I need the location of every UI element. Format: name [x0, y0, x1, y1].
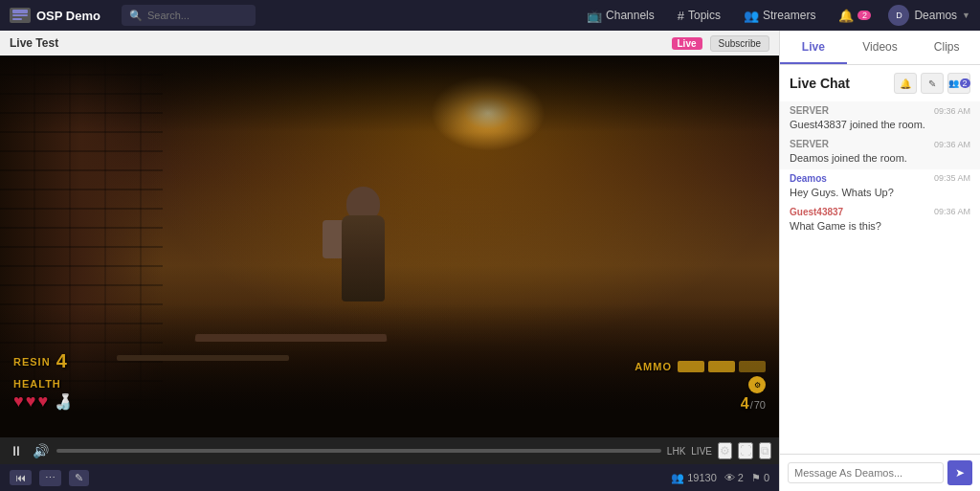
- fullscreen-button[interactable]: ⛶: [738, 442, 753, 459]
- msg-sender-4: Guest43837: [790, 207, 843, 217]
- logo-text: OSP Demo: [36, 9, 100, 23]
- flag-icon: ⚑: [751, 472, 761, 484]
- streamers-label: Streamers: [763, 9, 815, 22]
- subscribe-button[interactable]: Subscribe: [710, 35, 769, 52]
- quality-label: LHK: [667, 446, 685, 457]
- likes-stat: 👁 2: [724, 472, 744, 483]
- weapon-icon-1: [678, 361, 704, 372]
- rewind-button[interactable]: ⏮: [10, 470, 32, 485]
- video-title: Live Test: [10, 36, 58, 50]
- volume-button[interactable]: 🔊: [31, 443, 51, 458]
- svg-rect-2: [12, 18, 22, 20]
- hud-bottom-row: HEALTH ♥ ♥ ♥ 🍶 ⚙: [13, 376, 766, 413]
- msg-time-4: 09:36 AM: [934, 207, 970, 216]
- health-label: HEALTH: [13, 378, 73, 390]
- ammo-separator: /: [750, 399, 753, 411]
- video-controls: ⏸ 🔊 LHK LIVE ⚙ ⛶ ⧉: [0, 437, 779, 464]
- flag-stat: ⚑ 0: [751, 472, 769, 484]
- top-nav: OSP Demo 🔍 📺 Channels # Topics 👥 Streame…: [0, 0, 980, 31]
- chat-message-3: Deamos 09:35 AM Hey Guys. Whats Up?: [780, 169, 980, 203]
- notification-badge: 2: [858, 11, 871, 20]
- ammo-icon-area: ⚙: [748, 376, 766, 393]
- topics-label: Topics: [688, 9, 721, 22]
- chat-messages: SERVER 09:36 AM Guest43837 joined the ro…: [780, 98, 980, 454]
- nav-topics[interactable]: # Topics: [672, 9, 726, 23]
- health-icons: ♥ ♥ ♥ 🍶: [13, 391, 73, 412]
- chat-input[interactable]: [788, 462, 944, 483]
- ammo-display: ⚙ 4 / 70: [741, 376, 766, 413]
- viewers-icon: 👥: [671, 472, 684, 484]
- share-button[interactable]: ⋯: [39, 470, 61, 486]
- bell-icon: 🔔: [838, 9, 854, 23]
- chat-bell-button[interactable]: 🔔: [894, 73, 917, 94]
- play-pause-button[interactable]: ⏸: [8, 443, 25, 458]
- video-title-bar: Live Test Live Subscribe: [0, 31, 779, 56]
- hud-ammo: AMMO: [635, 361, 766, 372]
- msg-header-2: SERVER 09:36 AM: [790, 139, 970, 149]
- channels-label: Channels: [606, 9, 655, 22]
- chat-header-actions: 🔔 ✎ 👥2: [894, 73, 970, 94]
- nav-channels[interactable]: 📺 Channels: [581, 9, 660, 23]
- main-layout: Live Test Live Subscribe: [0, 31, 980, 491]
- heart-2: ♥: [26, 391, 36, 412]
- hud-resin: RESIN 4: [13, 350, 67, 372]
- send-icon: ➤: [955, 466, 965, 480]
- search-bar[interactable]: 🔍: [122, 5, 256, 26]
- msg-text-4: What Game is this?: [790, 219, 970, 233]
- progress-bar[interactable]: [56, 449, 661, 453]
- ammo-label: AMMO: [635, 361, 672, 372]
- controls-right: LHK LIVE ⚙ ⛶ ⧉: [667, 442, 771, 459]
- chat-header: Live Chat 🔔 ✎ 👥2: [780, 65, 980, 98]
- char-body: [342, 215, 385, 301]
- chat-send-button[interactable]: ➤: [947, 460, 972, 485]
- hud-top-row: RESIN 4 AMMO: [13, 350, 766, 372]
- people-icon: 👥: [744, 9, 759, 23]
- chat-message-4: Guest43837 09:36 AM What Game is this?: [780, 203, 980, 236]
- nav-streamers[interactable]: 👥 Streamers: [738, 9, 821, 23]
- settings-button[interactable]: ⚙: [718, 442, 732, 459]
- msg-header-4: Guest43837 09:36 AM: [790, 207, 970, 217]
- heart-1: ♥: [13, 391, 24, 412]
- tab-videos[interactable]: Videos: [847, 31, 914, 64]
- picture-in-picture-button[interactable]: ⧉: [759, 442, 771, 459]
- ammo-icon: ⚙: [748, 376, 766, 393]
- video-area: Live Test Live Subscribe: [0, 31, 779, 491]
- platform: [194, 334, 387, 342]
- chat-message-2: SERVER 09:36 AM Deamos joined the room.: [780, 135, 980, 168]
- msg-time-1: 09:36 AM: [934, 106, 970, 116]
- msg-sender-2: SERVER: [790, 139, 829, 149]
- ammo-count-display: 4 / 70: [741, 395, 766, 413]
- chat-message-1: SERVER 09:36 AM Guest43837 joined the ro…: [780, 101, 980, 135]
- chat-edit-button[interactable]: ✎: [921, 73, 944, 94]
- svg-rect-1: [12, 14, 28, 16]
- msg-header-1: SERVER 09:36 AM: [790, 105, 970, 116]
- search-input[interactable]: [147, 10, 243, 21]
- tv-icon: 📺: [587, 9, 602, 23]
- tab-clips[interactable]: Clips: [913, 31, 980, 64]
- msg-text-2: Deamos joined the room.: [790, 151, 970, 165]
- chat-users-button[interactable]: 👥2: [947, 73, 970, 94]
- resin-label: RESIN: [13, 356, 51, 368]
- live-badge: Live: [672, 37, 702, 50]
- msg-header-3: Deamos 09:35 AM: [790, 173, 970, 184]
- weapon-icons: [678, 361, 766, 372]
- tab-videos-label: Videos: [862, 40, 897, 54]
- edit-button[interactable]: ✎: [69, 470, 89, 486]
- nav-user[interactable]: D Deamos ▼: [888, 5, 970, 26]
- ammo-current: 4: [741, 395, 749, 413]
- ammo-max: 70: [754, 399, 766, 411]
- chevron-down-icon: ▼: [962, 11, 970, 20]
- msg-time-3: 09:35 AM: [934, 173, 970, 183]
- tab-live[interactable]: Live: [780, 31, 847, 64]
- msg-sender-1: SERVER: [790, 105, 829, 116]
- hash-icon: #: [678, 9, 684, 23]
- logo[interactable]: OSP Demo: [10, 8, 100, 23]
- resin-value: 4: [56, 350, 67, 372]
- status-bar: ⏮ ⋯ ✎ 👥 19130 👁 2 ⚑ 0: [0, 464, 779, 491]
- nav-notifications[interactable]: 🔔 2: [833, 9, 877, 23]
- chat-tabs: Live Videos Clips: [780, 31, 980, 65]
- tab-live-label: Live: [802, 40, 825, 54]
- chat-title: Live Chat: [790, 76, 850, 91]
- stream-live-label: LIVE: [691, 446, 712, 457]
- logo-icon: [10, 8, 31, 23]
